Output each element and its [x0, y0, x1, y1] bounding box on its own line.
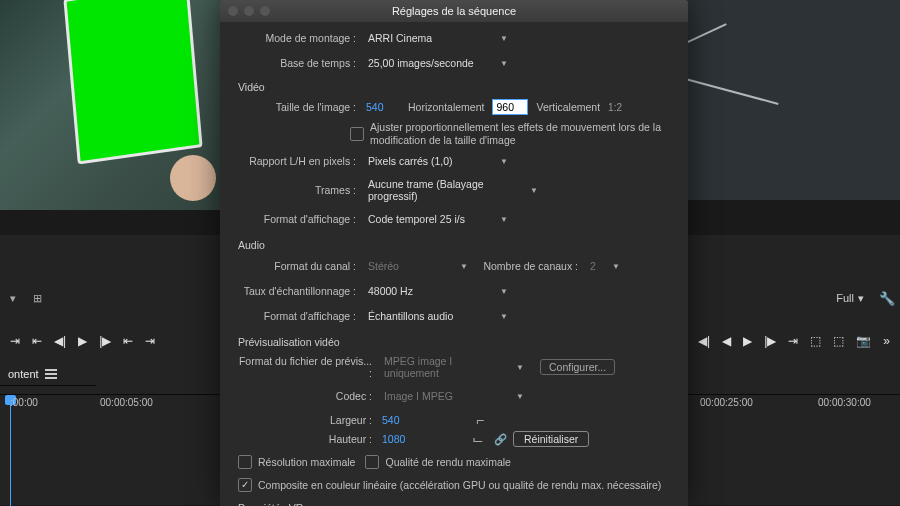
preview-file-label: Format du fichier de prévis... : — [238, 355, 378, 379]
dialog-titlebar[interactable]: Réglages de la séquence — [220, 0, 688, 22]
next-frame-icon[interactable]: |▶ — [99, 334, 111, 348]
extract-icon[interactable]: ⬚ — [833, 334, 844, 348]
tab-label: ontent — [8, 368, 39, 380]
vr-section-label: Propriétés VR — [238, 502, 670, 506]
composite-checkbox[interactable] — [238, 478, 252, 492]
ruler-tick: :00:00 — [10, 397, 38, 408]
max-resolution-checkbox[interactable] — [238, 455, 252, 469]
play-icon-2[interactable]: ▶ — [743, 334, 752, 348]
frame-width-input[interactable]: 540 — [362, 99, 400, 115]
step-back-icon[interactable]: ◀ — [722, 334, 731, 348]
codec-select: Image I MPEG▼ — [378, 386, 530, 406]
chevron-down-icon: ▼ — [500, 34, 508, 43]
ruler-tick: 00:00:25:00 — [700, 397, 753, 408]
fields-select[interactable]: Aucune trame (Balayage progressif)▼ — [362, 176, 544, 204]
resolution-dropdown[interactable]: Full ▾ — [830, 290, 870, 307]
chevron-down-icon: ▼ — [500, 287, 508, 296]
chevron-down-icon: ▾ — [858, 292, 864, 305]
adjust-effects-label: Ajuster proportionnellement les effets d… — [370, 121, 670, 146]
audio-section-label: Audio — [238, 239, 670, 251]
chevron-down-icon: ▼ — [516, 392, 524, 401]
ruler-tick: 00:00:30:00 — [818, 397, 871, 408]
settings-icon[interactable]: 🔧 — [880, 291, 894, 305]
video-display-format-select[interactable]: Code temporel 25 i/s▼ — [362, 209, 514, 229]
out-point-icon[interactable]: ⇥ — [145, 334, 155, 348]
codec-label: Codec : — [238, 390, 378, 402]
chevron-down-icon: ▼ — [500, 312, 508, 321]
composite-label: Composite en couleur linéaire (accélérat… — [258, 479, 661, 491]
editing-mode-select[interactable]: ARRI Cinema▼ — [362, 28, 514, 48]
frame-size-label: Taille de l'image : — [238, 101, 362, 113]
in-point-icon[interactable]: ⇤ — [123, 334, 133, 348]
sample-rate-select[interactable]: 48000 Hz▼ — [362, 281, 514, 301]
chevron-down-icon: ▼ — [500, 59, 508, 68]
playhead[interactable] — [10, 395, 11, 506]
max-quality-checkbox[interactable] — [365, 455, 379, 469]
chevron-down-icon: ▼ — [500, 215, 508, 224]
prev-edit-icon[interactable]: ◀| — [698, 334, 710, 348]
num-channels-select: 2▼ — [584, 256, 626, 276]
channel-format-select: Stéréo▼ — [362, 256, 474, 276]
step-fwd-icon[interactable]: |▶ — [764, 334, 776, 348]
lift-icon[interactable]: ⬚ — [810, 334, 821, 348]
link-icon[interactable]: 🔗 — [494, 433, 507, 446]
overwrite-icon[interactable]: ⇤ — [32, 334, 42, 348]
audio-display-format-select[interactable]: Échantillons audio▼ — [362, 306, 514, 326]
preview-width-label: Largeur : — [238, 414, 378, 426]
horizontal-label: Horizontalement — [408, 101, 484, 113]
chevron-down-icon: ▼ — [516, 363, 524, 372]
play-icon[interactable]: ▶ — [78, 334, 87, 348]
link-bracket-bottom: ⌙ — [472, 431, 484, 447]
link-bracket-top: ⌐ — [476, 412, 484, 428]
timebase-label: Base de temps : — [238, 57, 362, 69]
video-display-format-label: Format d'affichage : — [238, 213, 362, 225]
hand — [170, 155, 216, 201]
preview-section-label: Prévisualisation vidéo — [238, 336, 670, 348]
prev-frame-icon[interactable]: ◀| — [54, 334, 66, 348]
ruler-tick: 00:00:05:00 — [100, 397, 153, 408]
aspect-ratio: 1:2 — [608, 102, 622, 113]
vertical-label: Verticalement — [536, 101, 600, 113]
adjust-effects-checkbox[interactable] — [350, 127, 364, 141]
pixel-aspect-select[interactable]: Pixels carrés (1,0)▼ — [362, 151, 514, 171]
grid-icon[interactable]: ⊞ — [30, 291, 44, 305]
next-edit-icon[interactable]: ⇥ — [788, 334, 798, 348]
dialog-title: Réglages de la séquence — [392, 5, 516, 17]
overflow-icon[interactable]: » — [883, 334, 890, 348]
chevron-down-icon: ▼ — [460, 262, 468, 271]
chevron-down-icon: ▼ — [530, 186, 538, 195]
num-channels-label: Nombre de canaux : — [474, 260, 584, 272]
preview-height-label: Hauteur : — [238, 433, 378, 445]
export-frame-icon[interactable]: 📷 — [856, 334, 871, 348]
sample-rate-label: Taux d'échantillonnage : — [238, 285, 362, 297]
preview-file-select: MPEG image I uniquement▼ — [378, 353, 530, 381]
channel-format-label: Format du canal : — [238, 260, 362, 272]
frame-height-input[interactable]: 960 — [492, 99, 528, 115]
insert-icon[interactable]: ⇥ — [10, 334, 20, 348]
preview-width-input[interactable]: 540 — [378, 412, 416, 428]
configure-button: Configurer... — [540, 359, 615, 375]
editing-mode-label: Mode de montage : — [238, 32, 362, 44]
green-screen-tablet — [63, 0, 202, 165]
chevron-down-icon: ▼ — [500, 157, 508, 166]
chevron-down-icon: ▼ — [612, 262, 620, 271]
window-controls[interactable] — [228, 6, 270, 16]
sequence-settings-dialog: Réglages de la séquence Mode de montage … — [220, 0, 688, 506]
reset-button[interactable]: Réinitialiser — [513, 431, 589, 447]
resolution-label: Full — [836, 292, 854, 304]
audio-display-format-label: Format d'affichage : — [238, 310, 362, 322]
timeline-tab[interactable]: ontent — [0, 363, 96, 386]
preview-height-input[interactable]: 1080 — [378, 431, 416, 447]
fields-label: Trames : — [238, 184, 362, 196]
panel-menu-icon[interactable] — [45, 367, 57, 381]
max-resolution-label: Résolution maximale — [258, 456, 355, 468]
max-quality-label: Qualité de rendu maximale — [385, 456, 510, 468]
timebase-select[interactable]: 25,00 images/seconde▼ — [362, 53, 514, 73]
video-section-label: Vidéo — [238, 81, 670, 93]
pixel-aspect-label: Rapport L/H en pixels : — [238, 155, 362, 167]
marker-icon[interactable]: ▾ — [6, 291, 20, 305]
